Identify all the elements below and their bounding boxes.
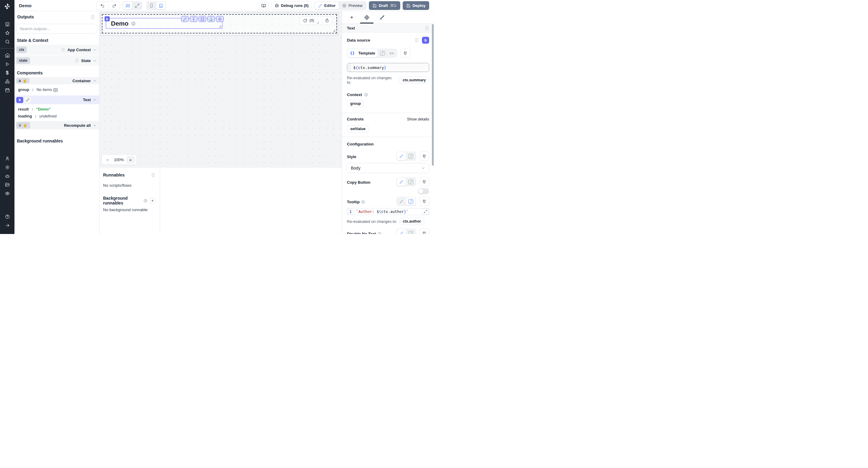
zoom-out-button[interactable]: − — [104, 157, 112, 162]
desktop-view-button[interactable] — [156, 2, 165, 9]
disable-static-button[interactable] — [397, 229, 406, 234]
editor-tab[interactable]: Editor — [315, 2, 339, 9]
b-edit-pencil-icon[interactable] — [24, 97, 31, 103]
search-outputs-input[interactable] — [20, 27, 94, 31]
container-a-outline[interactable]: Demo b ⚓ (0) — [102, 14, 337, 33]
component-row-b[interactable]: b Text — [14, 96, 99, 104]
workers-bot-icon[interactable] — [0, 172, 14, 180]
canvas-info-icon[interactable] — [131, 22, 135, 26]
settings-gear-icon[interactable] — [0, 163, 14, 172]
outputs-doc-icon[interactable] — [90, 15, 95, 19]
component-anchor-button[interactable]: ⚓ — [207, 16, 215, 22]
style-static-button[interactable] — [397, 152, 406, 160]
style-connect-plug-button[interactable] — [419, 152, 429, 161]
copy-function-button[interactable]: ƒ — [406, 178, 415, 186]
tooltip-static-button[interactable] — [397, 197, 406, 205]
output-row-ctx[interactable]: ctx App Context — [14, 44, 99, 55]
tab-insert-component[interactable]: + — [346, 11, 357, 24]
loading-kv-row[interactable]: loading : undefined — [14, 113, 99, 121]
state-doc-icon[interactable] — [75, 59, 79, 63]
runs-resize-handle[interactable] — [317, 22, 319, 24]
runs-history-button[interactable] — [322, 16, 332, 24]
resources-boxes-icon[interactable] — [0, 77, 14, 86]
help-icon[interactable] — [0, 212, 14, 221]
settings-panel-scrollbar[interactable] — [432, 24, 434, 166]
component-b-resize-handle[interactable] — [219, 25, 221, 27]
template-expression-input[interactable]: ${ctx.summary} — [347, 63, 429, 72]
mobile-view-button[interactable] — [147, 2, 156, 9]
tooltip-code-editor[interactable]: 1 `Author: ${ctx.author}` — [347, 208, 429, 215]
component-doc-icon[interactable] — [425, 26, 429, 30]
copy-connect-plug-button[interactable] — [419, 177, 429, 187]
copy-button-toggle[interactable] — [418, 188, 429, 194]
centered-layout-button[interactable] — [123, 2, 132, 9]
context-group-chip[interactable]: group — [347, 100, 364, 107]
tooltip-info-icon[interactable] — [361, 200, 365, 204]
undo-button[interactable] — [96, 1, 108, 10]
deploy-button[interactable]: Deploy — [403, 1, 429, 10]
tooltip-function-button[interactable]: ƒ — [406, 197, 415, 205]
schedules-calendar-icon[interactable] — [0, 86, 14, 95]
disable-function-button[interactable]: ƒ — [406, 229, 415, 234]
windmill-logo[interactable] — [3, 2, 11, 11]
zoom-in-button[interactable]: + — [126, 156, 135, 164]
group-kv-row[interactable]: group : No items ([]) — [14, 84, 99, 96]
redo-button[interactable] — [108, 1, 120, 10]
search-icon[interactable] — [0, 37, 14, 46]
variables-dollar-icon[interactable]: $ — [0, 68, 14, 77]
expand-editor-button[interactable] — [423, 208, 429, 214]
favorites-star-icon[interactable] — [0, 29, 14, 37]
tooltip-connect-plug-button[interactable] — [419, 197, 429, 206]
home-icon[interactable] — [0, 51, 14, 60]
template-mode-button[interactable]: {} Template — [347, 49, 378, 57]
runs-play-icon[interactable] — [0, 60, 14, 68]
b-chevron-up-icon[interactable] — [93, 98, 97, 102]
folders-icon[interactable] — [0, 180, 14, 189]
component-maximize-button[interactable] — [198, 16, 206, 22]
disable-connect-plug-button[interactable] — [419, 229, 429, 234]
container-a-resize-handle[interactable] — [333, 30, 335, 32]
component-expand-down-button[interactable] — [190, 16, 197, 22]
ctx-doc-icon[interactable] — [61, 47, 65, 52]
workspace-icon[interactable] — [0, 20, 14, 29]
component-row-a[interactable]: a☝ Container — [14, 77, 99, 84]
output-row-state[interactable]: state State — [14, 56, 99, 66]
app-canvas[interactable]: Demo b ⚓ (0) — [99, 11, 342, 167]
code-mode-button[interactable]: <> — [387, 49, 397, 57]
docs-book-button[interactable] — [258, 1, 269, 10]
audit-eye-icon[interactable] — [0, 189, 14, 198]
runnables-doc-icon[interactable] — [151, 173, 156, 177]
draft-button[interactable]: Draft ⌘S — [369, 1, 400, 10]
collapse-arrow-right-icon[interactable] — [0, 221, 14, 230]
add-background-runnable-button[interactable]: + — [150, 197, 156, 204]
datasource-connect-plug-button[interactable] — [400, 48, 410, 58]
preview-tab[interactable]: Preview — [339, 2, 366, 9]
data-source-doc-icon[interactable] — [414, 38, 419, 42]
fullwidth-layout-button[interactable] — [132, 2, 142, 9]
component-b[interactable]: Demo b ⚓ — [106, 18, 322, 29]
context-info-icon[interactable] — [364, 93, 368, 97]
debug-runs-button[interactable]: Debug runs (0) — [271, 1, 312, 10]
a-chevron-up-icon[interactable] — [93, 79, 97, 83]
ctx-chevron-down-icon[interactable] — [93, 48, 97, 52]
user-icon[interactable] — [0, 154, 14, 163]
style-function-button[interactable]: ƒ — [406, 152, 415, 160]
show-details-link[interactable]: Show details — [407, 117, 429, 121]
reeval-author-chip[interactable]: ctx.author — [399, 218, 424, 225]
style-select[interactable]: Body — [347, 163, 429, 173]
result-kv-row[interactable]: result : "Demo" — [14, 104, 99, 113]
component-move-button[interactable] — [216, 16, 224, 22]
component-row-c[interactable]: c☝ Recompute all — [14, 121, 99, 130]
component-edit-pencil-button[interactable] — [181, 16, 189, 22]
refresh-runs-button[interactable]: (0) — [300, 16, 322, 24]
state-chevron-down-icon[interactable] — [93, 59, 97, 63]
c-chevron-down-icon[interactable] — [93, 124, 97, 127]
function-mode-button[interactable]: ƒ — [378, 49, 387, 57]
copy-static-button[interactable] — [397, 178, 406, 186]
background-runnables-info-icon[interactable] — [144, 199, 147, 203]
setvalue-chip[interactable]: setValue — [347, 125, 369, 133]
tab-styling[interactable] — [376, 11, 387, 24]
reeval-summary-chip[interactable]: ctx.summary — [399, 76, 429, 84]
tab-component-settings[interactable] — [361, 11, 372, 24]
disable-no-text-info-icon[interactable] — [378, 232, 381, 234]
